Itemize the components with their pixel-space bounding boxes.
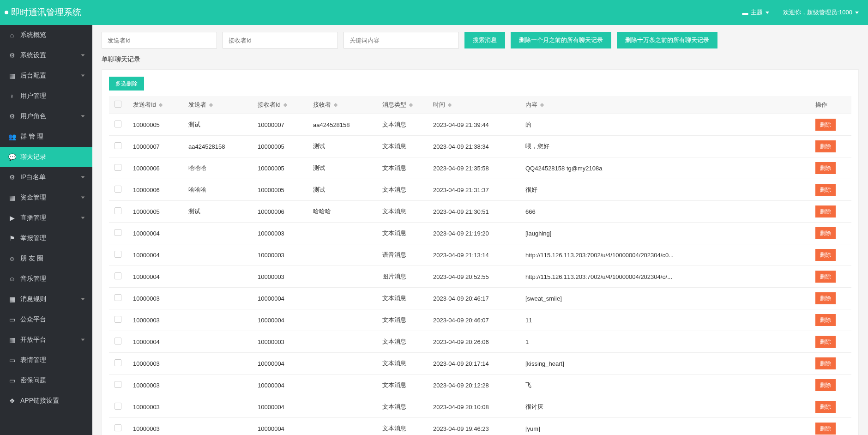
col-receiver-id[interactable]: 接收者Id [252,96,307,114]
col-msg-type[interactable]: 消息类型 [377,96,428,114]
sidebar-item-7[interactable]: ⚙IP白名单 [0,167,92,187]
cell-content: QQ424528158 tg@my2108a [520,157,810,179]
cell-content: http://115.126.113.203:7002/u/4/10000004… [520,266,810,288]
delete-row-button[interactable]: 删除 [815,119,836,131]
col-content[interactable]: 内容 [520,96,810,114]
delete-row-button[interactable]: 删除 [815,140,836,152]
row-checkbox[interactable] [115,251,121,258]
row-checkbox[interactable] [115,359,121,366]
theme-label: 主题 [751,8,763,17]
cell-content: [kissing_heart] [520,353,810,375]
cell-sender-id: 10000004 [127,266,183,288]
sidebar-item-12[interactable]: ☺音乐管理 [0,269,92,289]
delete-100k-button[interactable]: 删除十万条之前的所有聊天记录 [617,32,717,48]
select-all-checkbox[interactable] [115,101,121,108]
sidebar-item-4[interactable]: ⚙用户角色 [0,106,92,127]
cell-type: 文本消息 [377,309,428,331]
delete-row-button[interactable]: 删除 [815,205,836,218]
sidebar-item-3[interactable]: ♀用户管理 [0,86,92,106]
sidebar-item-1[interactable]: ⚙系统设置 [0,45,92,66]
layers-icon: ❖ [8,397,16,405]
row-checkbox[interactable] [115,229,121,236]
cell-content: 11 [520,309,810,331]
sidebar-item-label: 朋 友 圈 [20,254,43,263]
row-checkbox[interactable] [115,381,121,388]
user-menu[interactable]: 欢迎你，超级管理员:1000 [783,8,859,17]
row-checkbox[interactable] [115,207,121,214]
cell-sender [183,244,252,266]
cell-sender: aa424528158 [183,136,252,157]
delete-row-button[interactable]: 删除 [815,336,836,348]
cell-content: 666 [520,201,810,223]
sidebar-item-15[interactable]: ▦开放平台 [0,330,92,350]
cell-sender [183,375,252,396]
delete-row-button[interactable]: 删除 [815,184,836,196]
delete-row-button[interactable]: 删除 [815,162,836,174]
delete-row-button[interactable]: 删除 [815,249,836,261]
monitor-icon: ▭ [8,356,16,364]
sidebar-item-16[interactable]: ▭表情管理 [0,350,92,370]
row-checkbox[interactable] [115,294,121,301]
cell-receiver [307,375,377,396]
row-checkbox[interactable] [115,272,121,279]
col-sender-id[interactable]: 发送者Id [127,96,183,114]
cell-receiver-id: 10000003 [252,223,307,244]
cell-receiver [307,223,377,244]
row-checkbox[interactable] [115,338,121,344]
chevron-down-icon [81,54,85,57]
cell-sender: 测试 [183,114,252,136]
col-receiver[interactable]: 接收者 [307,96,377,114]
cell-time: 2023-04-09 21:30:51 [428,201,520,223]
row-checkbox[interactable] [115,403,121,410]
cell-sender-id: 10000003 [127,309,183,331]
keyword-input[interactable] [344,32,459,48]
row-checkbox[interactable] [115,142,121,149]
cell-receiver-id: 10000003 [252,244,307,266]
delete-row-button[interactable]: 删除 [815,227,836,239]
sidebar-item-11[interactable]: ☺朋 友 圈 [0,248,92,269]
user-icon: ♀ [8,92,16,100]
delete-row-button[interactable]: 删除 [815,423,836,435]
sidebar-item-17[interactable]: ▭密保问题 [0,370,92,391]
chevron-down-icon [855,12,859,14]
row-checkbox[interactable] [115,424,121,431]
delete-row-button[interactable]: 删除 [815,401,836,413]
sidebar-item-5[interactable]: 👥群 管 理 [0,127,92,147]
theme-switcher[interactable]: ▬ 主题 [742,8,769,17]
cell-type: 文本消息 [377,288,428,309]
sidebar-item-14[interactable]: ▭公众平台 [0,309,92,330]
multi-delete-button[interactable]: 多选删除 [109,77,144,91]
sidebar-item-13[interactable]: ▦消息规则 [0,289,92,309]
sidebar-item-9[interactable]: ▶直播管理 [0,208,92,228]
cell-content: 很讨厌 [520,396,810,418]
col-sender[interactable]: 发送者 [183,96,252,114]
cell-receiver-id: 10000004 [252,375,307,396]
col-time[interactable]: 时间 [428,96,520,114]
table-row: 1000000310000004文本消息2023-04-09 20:46:17[… [109,288,851,309]
sidebar-item-10[interactable]: ⚑举报管理 [0,228,92,248]
delete-row-button[interactable]: 删除 [815,379,836,391]
delete-row-button[interactable]: 删除 [815,271,836,283]
sidebar-item-6[interactable]: 💬聊天记录 [0,147,92,167]
cell-receiver [307,353,377,375]
delete-row-button[interactable]: 删除 [815,357,836,369]
row-checkbox[interactable] [115,186,121,193]
sidebar-item-2[interactable]: ▦后台配置 [0,66,92,86]
row-checkbox[interactable] [115,121,121,127]
search-button[interactable]: 搜索消息 [464,32,505,48]
sidebar-item-0[interactable]: ⌂系统概览 [0,25,92,45]
receiver-id-input[interactable] [223,32,338,48]
table-row: 10000005测试10000007aa424528158文本消息2023-04… [109,114,851,136]
row-checkbox[interactable] [115,164,121,171]
table-row: 1000000310000004文本消息2023-04-09 20:17:14[… [109,353,851,375]
sender-id-input[interactable] [102,32,217,48]
sort-icon [540,103,544,107]
sidebar-item-8[interactable]: ▦资金管理 [0,187,92,208]
delete-month-button[interactable]: 删除一个月之前的所有聊天记录 [511,32,611,48]
row-checkbox[interactable] [115,316,121,323]
table-row: 10000007aa42452815810000005测试文本消息2023-04… [109,136,851,157]
sidebar-item-18[interactable]: ❖APP链接设置 [0,391,92,411]
chevron-down-icon [766,12,769,14]
delete-row-button[interactable]: 删除 [815,314,836,326]
delete-row-button[interactable]: 删除 [815,292,836,304]
